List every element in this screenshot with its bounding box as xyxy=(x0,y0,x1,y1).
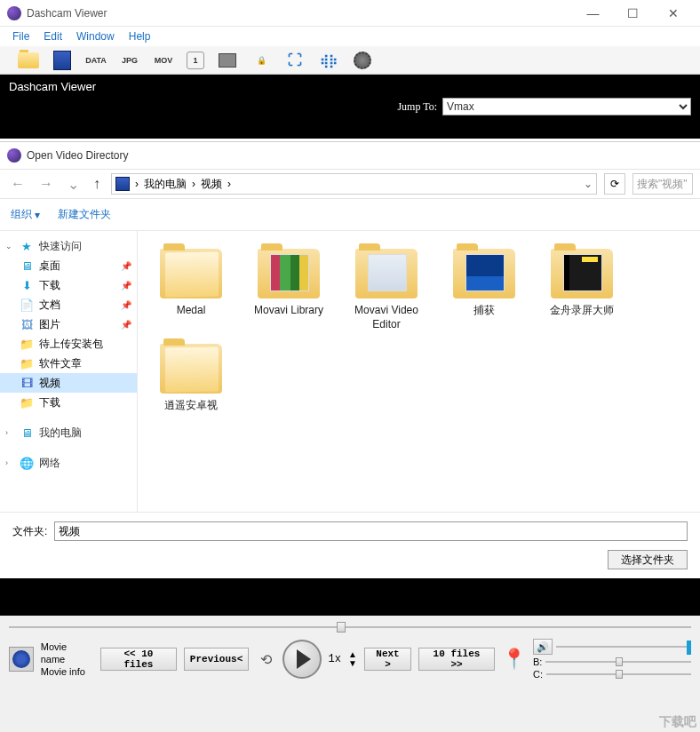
settings-button[interactable] xyxy=(352,50,373,71)
nav-recent-icon[interactable]: ⌄ xyxy=(64,176,83,193)
brightness-slider[interactable] xyxy=(545,657,691,666)
dialog-app-icon xyxy=(7,148,21,163)
sidebar-item-pictures[interactable]: 🖼图片📌 xyxy=(0,314,137,334)
dialog-titlebar: Open Video Directory xyxy=(0,142,700,169)
close-button[interactable]: ✕ xyxy=(653,0,693,27)
lock-icon[interactable]: 🔒 xyxy=(251,50,272,71)
nav-forward-icon[interactable]: → xyxy=(36,176,57,192)
sidebar-item-desktop[interactable]: 🖥桌面📌 xyxy=(0,256,137,275)
sidebar-network[interactable]: ›🌐网络 xyxy=(0,453,137,473)
folder-item[interactable]: Movavi Library xyxy=(244,249,333,331)
window-title: Dashcam Viewer xyxy=(27,7,107,20)
loop-icon[interactable]: ⟲ xyxy=(256,648,275,671)
video-area-strip xyxy=(0,578,700,616)
movie-info-text: Movie name Movie info xyxy=(41,640,93,679)
next-button[interactable]: Next > xyxy=(364,648,411,671)
folder-item[interactable]: Medal xyxy=(147,249,235,331)
speed-stepper[interactable]: ▲▼ xyxy=(348,650,357,668)
folder-label: 文件夹: xyxy=(12,524,47,539)
pin-icon: 📌 xyxy=(121,281,131,290)
video-banner: Dashcam Viewer Jump To: Vmax xyxy=(0,75,700,139)
menu-window[interactable]: Window xyxy=(69,28,122,44)
sidebar: ⌄★快速访问 🖥桌面📌 ⬇下载📌 📄文档📌 🖼图片📌 📁待上传安装包 📁软件文章… xyxy=(0,231,138,512)
volume-slider[interactable] xyxy=(556,642,691,651)
banner-app-name: Dashcam Viewer xyxy=(9,80,96,93)
play-button[interactable] xyxy=(282,640,322,679)
watermark: 下载吧 xyxy=(659,714,696,730)
address-icon xyxy=(115,177,130,191)
maximize-button[interactable]: ☐ xyxy=(613,0,653,27)
sidebar-my-pc[interactable]: ›🖥我的电脑 xyxy=(0,423,137,442)
sidebar-item-soft[interactable]: 📁软件文章 xyxy=(0,354,137,373)
jump-to-label: Jump To: xyxy=(397,100,437,114)
previous-button[interactable]: Previous< xyxy=(184,648,249,671)
chevron-down-icon: ▾ xyxy=(35,209,40,221)
open-folder-button[interactable] xyxy=(18,50,39,71)
pin-icon: 📌 xyxy=(121,261,131,271)
location-marker-icon[interactable]: 📍 xyxy=(502,648,526,671)
speed-label: 1x xyxy=(329,653,341,665)
open-directory-dialog: Open Video Directory ← → ⌄ ↑ › 我的电脑 › 视频… xyxy=(0,141,700,578)
nav-back-icon[interactable]: ← xyxy=(7,176,28,192)
breadcrumb-root[interactable]: 我的电脑 xyxy=(144,177,187,192)
file-grid: Medal Movavi Library Movavi Video Editor… xyxy=(138,231,700,512)
search-input[interactable]: 搜索"视频" xyxy=(632,173,693,195)
address-bar[interactable]: › 我的电脑 › 视频 › ⌄ xyxy=(111,173,597,195)
b-label: B: xyxy=(533,656,542,667)
menu-file[interactable]: File xyxy=(5,28,36,44)
play-icon xyxy=(297,649,311,669)
nav-up-icon[interactable]: ↑ xyxy=(90,176,104,192)
sidebar-item-video[interactable]: 🎞视频 xyxy=(0,373,137,393)
breadcrumb-sep: › xyxy=(192,178,195,190)
address-dropdown-icon[interactable]: ⌄ xyxy=(584,178,593,190)
breadcrumb-sep: › xyxy=(227,178,231,190)
minimize-button[interactable]: — xyxy=(573,0,613,27)
volume-icon[interactable]: 🔊 xyxy=(533,639,553,655)
refresh-button[interactable]: ⟳ xyxy=(604,173,625,195)
sidebar-item-dl2[interactable]: 📁下载 xyxy=(0,393,137,412)
screen-button[interactable] xyxy=(217,50,238,71)
back-10-files-button[interactable]: << 10 files xyxy=(100,648,177,671)
one-button[interactable]: 1 xyxy=(187,52,204,69)
mov-button[interactable]: MOV xyxy=(153,50,174,71)
menu-help[interactable]: Help xyxy=(122,28,158,44)
movie-file-icon xyxy=(9,647,34,672)
dialog-toolbar: 组织 ▾ 新建文件夹 xyxy=(0,199,700,231)
menu-edit[interactable]: Edit xyxy=(36,28,69,44)
folder-item[interactable]: 逍遥安卓视 xyxy=(147,344,235,413)
dialog-bottom: 文件夹: 选择文件夹 xyxy=(0,512,700,578)
c-label: C: xyxy=(533,669,543,680)
breadcrumb-sep: › xyxy=(135,178,139,190)
new-folder-button[interactable]: 新建文件夹 xyxy=(58,207,111,222)
sidebar-quick-access[interactable]: ⌄★快速访问 xyxy=(0,236,137,256)
window-controls: — ☐ ✕ xyxy=(573,0,693,27)
breadcrumb-sub[interactable]: 视频 xyxy=(201,177,222,192)
contrast-slider[interactable] xyxy=(546,670,691,679)
folder-item[interactable]: 金舟录屏大师 xyxy=(537,249,626,331)
jump-to-select[interactable]: Vmax xyxy=(442,98,691,115)
right-sliders: 🔊 B: C: xyxy=(533,639,691,680)
select-folder-button[interactable]: 选择文件夹 xyxy=(608,550,688,569)
pin-icon: 📌 xyxy=(121,320,131,330)
organize-button[interactable]: 组织 ▾ xyxy=(11,207,40,222)
folder-input[interactable] xyxy=(54,521,688,541)
titlebar: Dashcam Viewer — ☐ ✕ xyxy=(0,0,700,27)
audio-icon[interactable]: ⢾⡷ xyxy=(318,50,339,71)
film-button[interactable] xyxy=(52,50,73,71)
dialog-nav: ← → ⌄ ↑ › 我的电脑 › 视频 › ⌄ ⟳ 搜索"视频" xyxy=(0,169,700,199)
dialog-body: ⌄★快速访问 🖥桌面📌 ⬇下载📌 📄文档📌 🖼图片📌 📁待上传安装包 📁软件文章… xyxy=(0,231,700,512)
seek-slider[interactable] xyxy=(9,621,691,633)
toolbar: DATA JPG MOV 1 🔒 ⛶ ⢾⡷ xyxy=(0,46,700,75)
forward-10-files-button[interactable]: 10 files >> xyxy=(418,648,495,671)
folder-item[interactable]: 捕获 xyxy=(440,249,529,331)
fullscreen-icon[interactable]: ⛶ xyxy=(284,50,306,71)
dialog-title: Open Video Directory xyxy=(27,149,129,162)
sidebar-item-pending[interactable]: 📁待上传安装包 xyxy=(0,334,137,354)
player-panel: Movie name Movie info << 10 files Previo… xyxy=(0,616,700,732)
sidebar-item-downloads[interactable]: ⬇下载📌 xyxy=(0,275,137,295)
jpg-button[interactable]: JPG xyxy=(119,50,140,71)
data-button[interactable]: DATA xyxy=(85,50,107,71)
sidebar-item-documents[interactable]: 📄文档📌 xyxy=(0,295,137,314)
controls-row: Movie name Movie info << 10 files Previo… xyxy=(9,639,691,680)
folder-item[interactable]: Movavi Video Editor xyxy=(342,249,431,331)
